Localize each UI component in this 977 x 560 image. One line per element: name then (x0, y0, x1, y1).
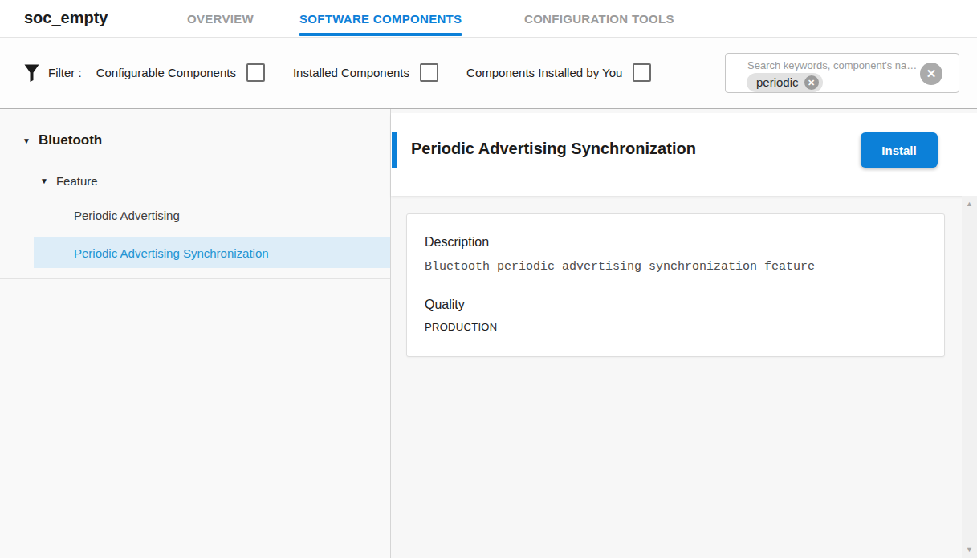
search-input[interactable]: Search keywords, component's na… periodi… (725, 53, 959, 93)
component-info-card: Description Bluetooth periodic advertisi… (406, 213, 945, 357)
checkbox-label: Installed Components (293, 66, 409, 79)
tree-item-label: Feature (56, 174, 98, 188)
top-bar: soc_empty OVERVIEW SOFTWARE COMPONENTS C… (0, 0, 977, 38)
vertical-scrollbar[interactable]: ▲ ▼ (962, 196, 977, 558)
tree-item-periodic-advertising[interactable]: Periodic Advertising (0, 200, 390, 230)
scroll-down-icon[interactable]: ▼ (962, 546, 977, 554)
expander-triangle-icon[interactable]: ▼ (40, 177, 48, 185)
checkbox-label: Components Installed by You (466, 66, 622, 79)
configurable-components-checkbox[interactable] (246, 63, 265, 82)
description-heading: Description (425, 235, 926, 250)
component-title: Periodic Advertising Synchronization (411, 140, 696, 158)
component-tree-panel: ▼ Bluetooth ▼ Feature Periodic Advertisi… (0, 109, 391, 558)
tree-item-bluetooth[interactable]: ▼ Bluetooth (0, 125, 390, 156)
filter-configurable-components[interactable]: Configurable Components (96, 63, 265, 82)
component-detail-panel: Periodic Advertising Synchronization Ins… (391, 109, 977, 558)
scroll-up-icon[interactable]: ▲ (962, 200, 977, 208)
installed-components-checkbox[interactable] (420, 63, 438, 82)
tree-item-label: Bluetooth (39, 132, 102, 148)
title-accent-bar (392, 132, 397, 168)
tree-item-periodic-advertising-synchronization[interactable]: Periodic Advertising Synchronization (34, 237, 390, 268)
tab-configuration-tools[interactable]: CONFIGURATION TOOLS (524, 12, 674, 26)
search-filter-chip[interactable]: periodic ✕ (747, 73, 823, 92)
tree-item-feature[interactable]: ▼ Feature (0, 165, 390, 196)
checkbox-label: Configurable Components (96, 66, 236, 79)
detail-header: Periodic Advertising Synchronization Ins… (391, 113, 977, 196)
filter-components-installed-by-you[interactable]: Components Installed by You (466, 63, 651, 82)
tree-item-label: Periodic Advertising (74, 209, 180, 222)
chip-label: periodic (756, 75, 799, 89)
install-button[interactable]: Install (861, 132, 938, 168)
filter-label: Filter : (48, 66, 82, 79)
expander-triangle-icon[interactable]: ▼ (22, 136, 31, 145)
filter-installed-components[interactable]: Installed Components (293, 63, 438, 82)
tab-software-components[interactable]: SOFTWARE COMPONENTS (299, 12, 462, 26)
chip-remove-icon[interactable]: ✕ (804, 75, 819, 90)
project-title: soc_empty (24, 9, 108, 27)
filter-bar: Filter : Configurable Components Install… (0, 38, 977, 109)
main-area: ▼ Bluetooth ▼ Feature Periodic Advertisi… (0, 109, 977, 558)
quality-value: PRODUCTION (425, 321, 926, 333)
description-text: Bluetooth periodic advertising synchroni… (425, 260, 926, 274)
filter-funnel-icon (24, 64, 39, 82)
tab-overview[interactable]: OVERVIEW (187, 12, 254, 26)
tree-item-label: Periodic Advertising Synchronization (74, 246, 269, 260)
search-placeholder: Search keywords, component's na… (747, 59, 917, 71)
components-installed-by-you-checkbox[interactable] (633, 63, 651, 82)
clear-search-icon[interactable]: ✕ (920, 63, 942, 85)
tree-divider (0, 278, 390, 279)
quality-heading: Quality (425, 298, 926, 312)
